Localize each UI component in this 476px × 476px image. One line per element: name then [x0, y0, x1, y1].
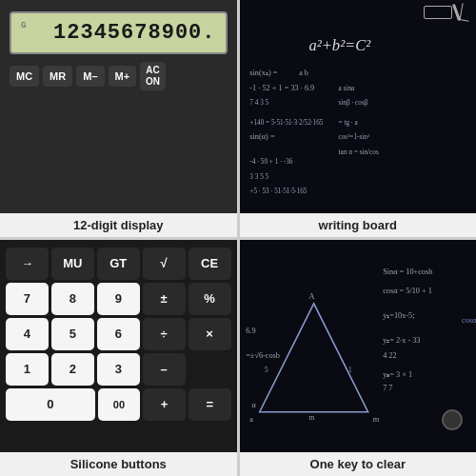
key-9[interactable]: 9 [97, 283, 140, 315]
svg-text:3    3   5   5: 3 3 5 5 [249, 173, 268, 181]
bl-label: Silicone buttons [0, 452, 237, 476]
percent-button[interactable]: % [188, 283, 231, 315]
keypad-row-2: 7 8 9 ± % [6, 283, 231, 315]
product-grid: G 12345678900. MC MR M– M+ ACON 12-digit… [0, 0, 476, 476]
plusminus-button[interactable]: ± [143, 283, 186, 315]
display-value: 12345678900. [53, 21, 215, 45]
gt-button[interactable]: GT [97, 248, 140, 280]
equals-button[interactable]: = [188, 388, 231, 421]
mminus-button[interactable]: M– [76, 66, 104, 87]
math-board-2-svg: a m A α Sinα = 10+cosb cosα = 5/10 + 1 y… [240, 240, 477, 441]
svg-text:sinβ · cosβ: sinβ · cosβ [338, 99, 367, 107]
key-1[interactable]: 1 [6, 353, 49, 386]
minus-button[interactable]: – [143, 353, 186, 386]
cell-top-left: G 12345678900. MC MR M– M+ ACON 12-digit… [0, 0, 237, 237]
br-label: One key to clear [240, 452, 477, 476]
ac-on-button[interactable]: ACON [140, 62, 166, 90]
svg-text:cosα: cosα [461, 316, 476, 325]
key-7[interactable]: 7 [6, 283, 49, 315]
svg-text:sin(x₁) =: sin(x₁) = [249, 69, 277, 77]
svg-text:7   7: 7 7 [383, 383, 392, 391]
mc-button[interactable]: MC [10, 66, 39, 87]
mr-button[interactable]: MR [43, 66, 72, 87]
svg-text:= tg · a: = tg · a [338, 119, 358, 127]
memory-button-row: MC MR M– M+ ACON [10, 62, 228, 90]
svg-text:+140 = 5·51·51·3·2/52·165: +140 = 5·51·51·3·2/52·165 [249, 119, 323, 127]
svg-text:m: m [372, 415, 379, 424]
svg-text:a²+b²=C²: a²+b²=C² [308, 36, 371, 54]
tl-label: 12-digit display [0, 213, 237, 237]
keypad-row-3: 4 5 6 ÷ × [6, 318, 231, 350]
svg-text:-4 · 50 + 1 · -36: -4 · 50 + 1 · -36 [249, 158, 292, 166]
display-g-indicator: G [21, 21, 27, 30]
svg-text:+5 · 53 · 51·51·5·165: +5 · 53 · 51·51·5·165 [249, 188, 307, 195]
svg-text:cosα = 5/10 + 1: cosα = 5/10 + 1 [383, 287, 432, 295]
svg-text:a    b: a b [299, 69, 308, 77]
key-3[interactable]: 3 [97, 353, 140, 386]
key-8[interactable]: 8 [51, 283, 94, 315]
math-board-svg: a²+b²=C² sin(x₁) = a b -1 · 52 + 1 = 33 … [240, 19, 477, 220]
key-4[interactable]: 4 [6, 318, 49, 350]
keypad-row-4: 1 2 3 – [6, 353, 231, 386]
calculator-keypad: → MU GT √ CE 7 8 9 ± % 4 5 6 ÷ × [6, 248, 231, 421]
mu-button[interactable]: MU [51, 248, 94, 280]
svg-text:a: a [249, 415, 253, 424]
sqrt-button[interactable]: √ [143, 248, 186, 280]
mplus-button[interactable]: M+ [109, 66, 137, 87]
cell-bottom-right: a m A α Sinα = 10+cosb cosα = 5/10 + 1 y… [240, 240, 477, 477]
ruler-icon [424, 6, 452, 19]
arrow-button[interactable]: → [6, 248, 49, 280]
svg-text:sin(α) =: sin(α) = [249, 132, 275, 141]
key-00[interactable]: 00 [98, 388, 141, 421]
svg-text:a  sina: a sina [338, 85, 354, 92]
svg-text:tan α = sin/cos: tan α = sin/cos [338, 149, 378, 156]
svg-text:y₁=10x-5;: y₁=10x-5; [383, 311, 414, 320]
svg-text:y₃= 3 × 1: y₃= 3 × 1 [383, 370, 412, 379]
tr-label: writing board [240, 213, 477, 237]
keypad-row-5: 0 00 + = [6, 388, 231, 421]
multiply-button[interactable]: × [188, 318, 231, 350]
writing-board-display: a²+b²=C² sin(x₁) = a b -1 · 52 + 1 = 33 … [240, 0, 477, 237]
svg-text:5: 5 [264, 367, 268, 374]
svg-text:m: m [308, 413, 314, 421]
svg-text:6.9: 6.9 [246, 326, 255, 334]
svg-text:α: α [251, 400, 256, 408]
key-6[interactable]: 6 [97, 318, 140, 350]
svg-text:7    4    3    5: 7 4 3 5 [249, 99, 268, 107]
svg-text:=±√6-cosb: =±√6-cosb [246, 350, 280, 359]
svg-text:-1  · 52  + 1  = 33  · 6.9: -1 · 52 + 1 = 33 · 6.9 [249, 84, 314, 92]
key-0[interactable]: 0 [6, 388, 95, 421]
key-2[interactable]: 2 [51, 353, 94, 386]
plus-button[interactable]: + [143, 388, 186, 421]
svg-text:cos²=1-sin²: cos²=1-sin² [338, 133, 369, 141]
divide-button[interactable]: ÷ [143, 318, 186, 350]
one-key-clear-button[interactable] [442, 409, 463, 430]
calculator-display: G 12345678900. [10, 11, 228, 54]
svg-text:Sinα = 10+cosb: Sinα = 10+cosb [383, 267, 432, 275]
keypad-row-1: → MU GT √ CE [6, 248, 231, 280]
svg-text:y₂= 2·x - 33: y₂= 2·x - 33 [383, 336, 420, 345]
ce-button[interactable]: CE [188, 248, 231, 280]
cell-top-right: a²+b²=C² sin(x₁) = a b -1 · 52 + 1 = 33 … [240, 0, 477, 237]
svg-text:1: 1 [347, 367, 351, 374]
key-5[interactable]: 5 [51, 318, 94, 350]
svg-text:A: A [308, 291, 314, 300]
cell-bottom-left: → MU GT √ CE 7 8 9 ± % 4 5 6 ÷ × [0, 240, 237, 477]
svg-text:4    22: 4 22 [383, 350, 396, 359]
